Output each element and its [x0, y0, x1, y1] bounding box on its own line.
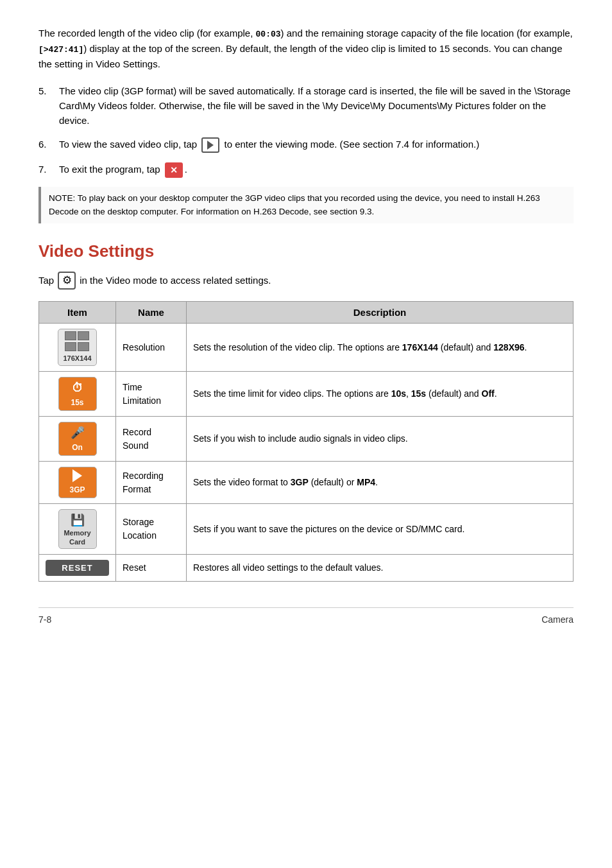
exit-x-icon: ✕ — [165, 162, 183, 178]
note-label: NOTE: — [49, 193, 75, 203]
section-title: Video Settings — [38, 241, 574, 261]
name-cell-reset: Reset — [116, 554, 187, 582]
time-icon-symbol: ⏱ — [72, 379, 83, 397]
col-item: Item — [39, 301, 116, 323]
item-cell-record: 🎤 On — [39, 417, 116, 462]
list-content-6: To view the saved video clip, tap to ent… — [59, 137, 574, 153]
storage-label: MemoryCard — [64, 529, 90, 546]
grid-top — [65, 331, 89, 340]
intro-paragraph: The recorded length of the video clip (f… — [38, 26, 574, 72]
list-content-7: To exit the program, tap ✕ . — [59, 162, 574, 178]
settings-table: Item Name Description 176X144 — [38, 301, 574, 582]
name-cell-record: RecordSound — [116, 417, 187, 462]
tap-instruction-after: in the Video mode to access related sett… — [80, 273, 271, 288]
table-header-row: Item Name Description — [39, 301, 574, 323]
storage-icon-symbol: 💾 — [71, 512, 85, 529]
table-row-time: ⏱ 15s TimeLimitation Sets the time limit… — [39, 372, 574, 417]
name-cell-resolution: Resolution — [116, 323, 187, 372]
grid-cell-1 — [65, 331, 76, 340]
grid-cell-2 — [78, 331, 89, 340]
time-label: 15s — [71, 397, 83, 408]
reset-label-box: RESET — [46, 560, 109, 577]
table-row-reset: RESET Reset Restores all video settings … — [39, 554, 574, 582]
name-cell-storage: StorageLocation — [116, 504, 187, 554]
gear-icon: ⚙ — [58, 272, 76, 290]
footer: 7-8 Camera — [38, 607, 574, 625]
item-cell-storage: 💾 MemoryCard — [39, 504, 116, 554]
list-number-5: 5. — [38, 83, 59, 98]
name-cell-time: TimeLimitation — [116, 372, 187, 417]
list-number-6: 6. — [38, 137, 59, 152]
col-description: Description — [187, 301, 574, 323]
item-cell-reset: RESET — [39, 554, 116, 582]
format-play-icon — [72, 469, 82, 482]
item-cell-format: 3GP — [39, 462, 116, 504]
format-label: 3GP — [69, 484, 85, 496]
time-icon-box: ⏱ 15s — [58, 377, 97, 411]
record-label: On — [72, 442, 83, 453]
table-row-record-sound: 🎤 On RecordSound Sets if you wish to inc… — [39, 417, 574, 462]
col-name: Name — [116, 301, 187, 323]
mic-icon: 🎤 — [71, 424, 85, 442]
list-item-5: 5. The video clip (3GP format) will be s… — [38, 83, 574, 128]
desc-cell-reset: Restores all video settings to the defau… — [187, 554, 574, 582]
footer-left: 7-8 — [38, 614, 51, 625]
x-symbol: ✕ — [170, 164, 178, 178]
footer-right: Camera — [541, 614, 574, 625]
desc-cell-resolution: Sets the resolution of the video clip. T… — [187, 323, 574, 372]
list-number-7: 7. — [38, 162, 59, 177]
format-icon-box: 3GP — [58, 467, 97, 498]
table-row-storage: 💾 MemoryCard StorageLocation Sets if you… — [39, 504, 574, 554]
grid-cell-4 — [78, 342, 89, 351]
grid-bottom — [65, 342, 89, 351]
desc-cell-storage: Sets if you want to save the pictures on… — [187, 504, 574, 554]
item-cell-time: ⏱ 15s — [39, 372, 116, 417]
tap-instruction: Tap ⚙ in the Video mode to access relate… — [38, 272, 574, 290]
numbered-list: 5. The video clip (3GP format) will be s… — [38, 83, 574, 178]
desc-cell-format: Sets the video format to 3GP (default) o… — [187, 462, 574, 504]
grid-cell-3 — [65, 342, 76, 351]
desc-cell-time: Sets the time limit for video clips. The… — [187, 372, 574, 417]
resolution-label: 176X144 — [63, 353, 91, 364]
list-item-7: 7. To exit the program, tap ✕ . — [38, 162, 574, 178]
note-text: To play back on your desktop computer th… — [49, 193, 540, 216]
storage-icon-box: 💾 MemoryCard — [58, 509, 97, 548]
play-button-icon — [201, 137, 219, 153]
resolution-icon-box: 176X144 — [58, 329, 96, 367]
record-icon-box: 🎤 On — [58, 422, 97, 456]
table-row-resolution: 176X144 Resolution Sets the resolution o… — [39, 323, 574, 372]
name-cell-format: RecordingFormat — [116, 462, 187, 504]
list-item-6: 6. To view the saved video clip, tap to … — [38, 137, 574, 153]
item-cell-resolution: 176X144 — [39, 323, 116, 372]
table-row-recording-format: 3GP RecordingFormat Sets the video forma… — [39, 462, 574, 504]
play-triangle — [207, 141, 214, 150]
note-box: NOTE: To play back on your desktop compu… — [38, 187, 574, 223]
desc-cell-record: Sets if you wish to include audio signal… — [187, 417, 574, 462]
list-content-5: The video clip (3GP format) will be save… — [59, 83, 574, 128]
tap-instruction-before: Tap — [38, 273, 54, 288]
